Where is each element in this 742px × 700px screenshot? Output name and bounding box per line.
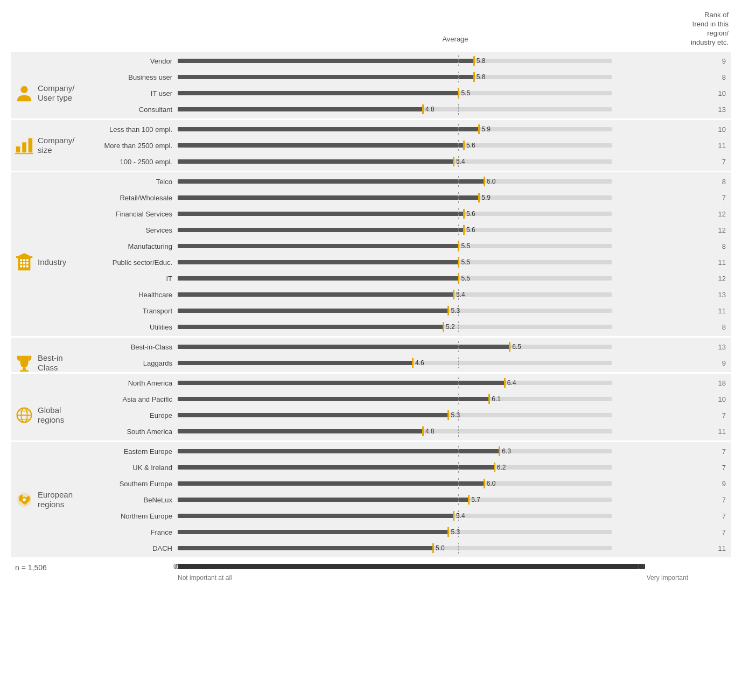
rank-value: 18 [688,379,731,387]
bar-area: 5.3 [178,303,688,319]
axis-zero: 0 [173,563,177,570]
svg-rect-2 [22,142,26,152]
bar-marker [484,479,485,488]
section-company-user-type: Vendor5.89Business user5.88 Company/ Use… [11,52,731,118]
bar-value: 5.8 [477,73,486,81]
rank-value: 11 [688,258,731,267]
bar-value: 5.5 [461,275,470,282]
svg-rect-7 [23,259,25,261]
bar-value: 5.0 [436,544,445,552]
row-label: Telco [97,178,178,186]
globe-icon [11,405,38,425]
person-icon [11,83,38,103]
bar-area: 5.5 [178,85,688,101]
bar-marker [504,378,506,388]
bar-area: 4.6 [178,355,688,371]
bar-area: 5.6 [178,206,688,222]
average-dashed-line [458,140,459,151]
table-row: Company/ sizeMore than 2500 empl.5.611 [11,137,731,153]
row-label: Transport [97,307,178,315]
row-label: Manufacturing [97,242,178,250]
svg-rect-13 [23,265,25,268]
bar-area: 6.0 [178,173,688,190]
bar-dark [178,159,453,164]
bar-area: 5.8 [178,69,688,85]
bar-dark [178,449,499,453]
bar-dark [178,413,448,417]
bar-area: 5.7 [178,492,688,508]
svg-rect-14 [26,265,29,268]
bar-dark [178,465,494,470]
bar-marker [453,290,454,299]
bar-area: 6.5 [178,339,688,355]
bar-dark [178,127,479,131]
category-label: Global regions [38,405,64,425]
rank-value: 13 [688,291,731,299]
bar-marker [484,177,485,186]
rank-value: 13 [688,106,731,114]
bar-marker [478,124,480,134]
bar-value: 5.5 [461,242,470,250]
rank-value: 7 [688,528,731,536]
row-label: IT user [97,89,178,97]
average-dashed-line [458,176,459,187]
bar-marker [447,527,449,537]
bar-area: 5.8 [178,53,688,69]
svg-marker-16 [18,253,31,256]
trophy-icon [11,353,38,373]
bar-marker [458,257,459,267]
rank-value: 11 [688,428,731,436]
svg-rect-12 [20,265,22,268]
table-row: Consultant4.813 [11,101,731,117]
bar-area: 5.3 [178,407,688,423]
bar-value: 6.1 [492,395,501,403]
average-dashed-line [458,104,459,115]
bar-value: 6.0 [487,178,496,185]
row-label: France [97,528,178,536]
table-row: Best-in ClassLaggards4.69 [11,355,731,371]
bar-value: 5.3 [451,528,460,536]
rank-value: 10 [688,125,731,134]
bar-area: 5.4 [178,286,688,303]
rank-value: 8 [688,73,731,81]
bar-area: 5.4 [178,508,688,524]
bar-dark [178,75,474,79]
row-label: Business user [97,73,178,81]
bar-marker [499,446,500,456]
table-row: Eastern Europe6.37 [11,443,731,459]
table-row: Global regionsEurope5.37 [11,407,731,423]
not-important-label: Not important at all [178,574,232,582]
category-label: Company/ size [38,136,74,155]
table-row: Healthcare5.413 [11,286,731,303]
bar-dark [178,143,464,148]
rank-value: 12 [688,275,731,283]
svg-rect-11 [26,262,29,264]
rank-value: 11 [688,544,731,552]
very-important-label: Very important [647,574,688,582]
bar-value: 5.3 [451,307,460,314]
row-label: Eastern Europe [97,447,178,456]
row-label: UK & Ireland [97,464,178,472]
bar-area: 5.2 [178,319,688,335]
table-row: Company/ User typeIT user5.510 [11,85,731,101]
rank-value: 7 [688,194,731,202]
svg-rect-9 [20,262,22,264]
bar-area: 5.0 [178,540,688,556]
row-label: Financial Services [97,210,178,218]
bar-dark [178,309,448,313]
row-label: North America [97,379,178,387]
rank-value: 11 [688,307,731,315]
bar-area: 4.8 [178,101,688,117]
bar-value: 5.5 [461,258,470,266]
rank-value: 8 [688,323,731,331]
table-row: North America6.418 [11,375,731,391]
bar-value: 4.8 [425,428,435,435]
section-company-size: Less than 100 empl.5.910 Company/ sizeMo… [11,120,731,171]
bar-chart-icon [11,135,38,156]
svg-rect-18 [20,370,28,372]
bar-dark [178,397,489,401]
bar-marker [463,141,465,150]
bar-area: 4.8 [178,423,688,439]
table-row: DACH5.011 [11,540,731,556]
section-industry: Telco6.08Retail/Wholesale5.97Financial S… [11,172,731,336]
